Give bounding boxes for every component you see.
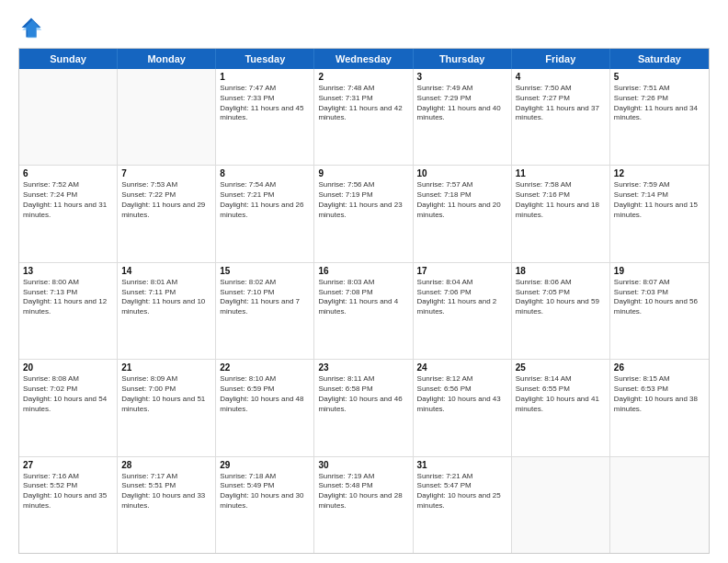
day-number: 22 — [220, 362, 310, 373]
calendar-cell-30: 30Sunrise: 7:19 AM Sunset: 5:48 PM Dayli… — [314, 457, 413, 553]
calendar-cell-1: 1Sunrise: 7:47 AM Sunset: 7:33 PM Daylig… — [216, 69, 314, 165]
calendar-cell-28: 28Sunrise: 7:17 AM Sunset: 5:51 PM Dayli… — [118, 457, 216, 553]
header-day-tuesday: Tuesday — [216, 49, 314, 69]
cell-info: Sunrise: 7:49 AM Sunset: 7:29 PM Dayligh… — [417, 84, 507, 123]
cell-info: Sunrise: 8:04 AM Sunset: 7:06 PM Dayligh… — [417, 278, 507, 317]
calendar-cell-7: 7Sunrise: 7:53 AM Sunset: 7:22 PM Daylig… — [118, 166, 216, 261]
day-number: 23 — [318, 362, 408, 373]
cell-info: Sunrise: 7:47 AM Sunset: 7:33 PM Dayligh… — [220, 84, 310, 123]
calendar-cell-2: 2Sunrise: 7:48 AM Sunset: 7:31 PM Daylig… — [314, 69, 413, 165]
calendar-cell-empty — [19, 69, 118, 165]
day-number: 30 — [318, 460, 408, 470]
day-number: 26 — [614, 362, 705, 373]
calendar-cell-empty — [512, 457, 610, 553]
cell-info: Sunrise: 8:06 AM Sunset: 7:05 PM Dayligh… — [516, 278, 606, 317]
cell-info: Sunrise: 7:17 AM Sunset: 5:51 PM Dayligh… — [121, 472, 211, 511]
calendar-cell-22: 22Sunrise: 8:10 AM Sunset: 6:59 PM Dayli… — [216, 360, 314, 455]
calendar-cell-16: 16Sunrise: 8:03 AM Sunset: 7:08 PM Dayli… — [314, 263, 413, 359]
header-day-thursday: Thursday — [414, 49, 512, 69]
logo — [18, 15, 48, 40]
day-number: 27 — [23, 460, 113, 470]
cell-info: Sunrise: 7:48 AM Sunset: 7:31 PM Dayligh… — [318, 84, 408, 123]
day-number: 19 — [614, 266, 705, 276]
calendar-row-3: 20Sunrise: 8:08 AM Sunset: 7:02 PM Dayli… — [19, 359, 709, 455]
calendar-cell-6: 6Sunrise: 7:52 AM Sunset: 7:24 PM Daylig… — [19, 166, 118, 261]
day-number: 31 — [417, 460, 507, 470]
day-number: 25 — [516, 362, 606, 373]
day-number: 14 — [121, 266, 211, 276]
cell-info: Sunrise: 7:51 AM Sunset: 7:26 PM Dayligh… — [614, 84, 705, 123]
calendar-cell-31: 31Sunrise: 7:21 AM Sunset: 5:47 PM Dayli… — [414, 457, 512, 553]
day-number: 28 — [121, 460, 211, 470]
calendar-cell-12: 12Sunrise: 7:59 AM Sunset: 7:14 PM Dayli… — [610, 166, 709, 261]
cell-info: Sunrise: 8:07 AM Sunset: 7:03 PM Dayligh… — [614, 278, 705, 317]
calendar-cell-17: 17Sunrise: 8:04 AM Sunset: 7:06 PM Dayli… — [414, 263, 512, 359]
calendar-row-1: 6Sunrise: 7:52 AM Sunset: 7:24 PM Daylig… — [19, 165, 709, 261]
logo-icon — [18, 15, 44, 40]
cell-info: Sunrise: 7:18 AM Sunset: 5:49 PM Dayligh… — [220, 472, 310, 511]
cell-info: Sunrise: 7:21 AM Sunset: 5:47 PM Dayligh… — [417, 472, 507, 511]
calendar-cell-20: 20Sunrise: 8:08 AM Sunset: 7:02 PM Dayli… — [19, 360, 118, 455]
cell-info: Sunrise: 8:15 AM Sunset: 6:53 PM Dayligh… — [614, 374, 705, 414]
cell-info: Sunrise: 8:12 AM Sunset: 6:56 PM Dayligh… — [417, 374, 507, 414]
day-number: 15 — [220, 266, 310, 276]
day-number: 18 — [516, 266, 606, 276]
day-number: 4 — [516, 72, 606, 82]
calendar-cell-26: 26Sunrise: 8:15 AM Sunset: 6:53 PM Dayli… — [610, 360, 709, 455]
cell-info: Sunrise: 7:58 AM Sunset: 7:16 PM Dayligh… — [516, 180, 606, 220]
cell-info: Sunrise: 7:50 AM Sunset: 7:27 PM Dayligh… — [516, 84, 606, 123]
calendar-row-2: 13Sunrise: 8:00 AM Sunset: 7:13 PM Dayli… — [19, 262, 709, 359]
calendar-cell-4: 4Sunrise: 7:50 AM Sunset: 7:27 PM Daylig… — [512, 69, 610, 165]
day-number: 13 — [23, 266, 113, 276]
cell-info: Sunrise: 7:54 AM Sunset: 7:21 PM Dayligh… — [220, 180, 310, 220]
cell-info: Sunrise: 7:56 AM Sunset: 7:19 PM Dayligh… — [318, 180, 408, 220]
calendar-cell-29: 29Sunrise: 7:18 AM Sunset: 5:49 PM Dayli… — [216, 457, 314, 553]
calendar-cell-3: 3Sunrise: 7:49 AM Sunset: 7:29 PM Daylig… — [414, 69, 512, 165]
calendar-cell-9: 9Sunrise: 7:56 AM Sunset: 7:19 PM Daylig… — [314, 166, 413, 261]
calendar-cell-18: 18Sunrise: 8:06 AM Sunset: 7:05 PM Dayli… — [512, 263, 610, 359]
day-number: 9 — [318, 168, 408, 178]
day-number: 5 — [614, 72, 705, 82]
calendar-row-0: 1Sunrise: 7:47 AM Sunset: 7:33 PM Daylig… — [19, 69, 709, 165]
calendar-cell-8: 8Sunrise: 7:54 AM Sunset: 7:21 PM Daylig… — [216, 166, 314, 261]
day-number: 24 — [417, 362, 507, 373]
day-number: 20 — [23, 362, 113, 373]
day-number: 8 — [220, 168, 310, 178]
day-number: 7 — [121, 168, 211, 178]
header-day-friday: Friday — [512, 49, 610, 69]
cell-info: Sunrise: 7:16 AM Sunset: 5:52 PM Dayligh… — [23, 472, 113, 511]
header-day-wednesday: Wednesday — [314, 49, 413, 69]
cell-info: Sunrise: 7:57 AM Sunset: 7:18 PM Dayligh… — [417, 180, 507, 220]
calendar: SundayMondayTuesdayWednesdayThursdayFrid… — [18, 48, 710, 554]
cell-info: Sunrise: 7:53 AM Sunset: 7:22 PM Dayligh… — [121, 180, 211, 220]
calendar-cell-25: 25Sunrise: 8:14 AM Sunset: 6:55 PM Dayli… — [512, 360, 610, 455]
day-number: 21 — [121, 362, 211, 373]
cell-info: Sunrise: 7:52 AM Sunset: 7:24 PM Dayligh… — [23, 180, 113, 220]
header — [18, 15, 710, 40]
calendar-cell-10: 10Sunrise: 7:57 AM Sunset: 7:18 PM Dayli… — [414, 166, 512, 261]
cell-info: Sunrise: 8:02 AM Sunset: 7:10 PM Dayligh… — [220, 278, 310, 317]
calendar-cell-27: 27Sunrise: 7:16 AM Sunset: 5:52 PM Dayli… — [19, 457, 118, 553]
day-number: 2 — [318, 72, 408, 82]
cell-info: Sunrise: 8:00 AM Sunset: 7:13 PM Dayligh… — [23, 278, 113, 317]
day-number: 1 — [220, 72, 310, 82]
header-day-sunday: Sunday — [19, 49, 118, 69]
day-number: 10 — [417, 168, 507, 178]
cell-info: Sunrise: 7:59 AM Sunset: 7:14 PM Dayligh… — [614, 180, 705, 220]
cell-info: Sunrise: 8:09 AM Sunset: 7:00 PM Dayligh… — [121, 374, 211, 414]
calendar-cell-11: 11Sunrise: 7:58 AM Sunset: 7:16 PM Dayli… — [512, 166, 610, 261]
cell-info: Sunrise: 8:08 AM Sunset: 7:02 PM Dayligh… — [23, 374, 113, 414]
cell-info: Sunrise: 8:03 AM Sunset: 7:08 PM Dayligh… — [318, 278, 408, 317]
day-number: 3 — [417, 72, 507, 82]
calendar-cell-23: 23Sunrise: 8:11 AM Sunset: 6:58 PM Dayli… — [314, 360, 413, 455]
cell-info: Sunrise: 8:14 AM Sunset: 6:55 PM Dayligh… — [516, 374, 606, 414]
calendar-cell-empty — [610, 457, 709, 553]
day-number: 16 — [318, 266, 408, 276]
cell-info: Sunrise: 8:01 AM Sunset: 7:11 PM Dayligh… — [121, 278, 211, 317]
day-number: 11 — [516, 168, 606, 178]
day-number: 17 — [417, 266, 507, 276]
calendar-row-4: 27Sunrise: 7:16 AM Sunset: 5:52 PM Dayli… — [19, 456, 709, 553]
header-day-saturday: Saturday — [610, 49, 709, 69]
calendar-cell-21: 21Sunrise: 8:09 AM Sunset: 7:00 PM Dayli… — [118, 360, 216, 455]
cell-info: Sunrise: 7:19 AM Sunset: 5:48 PM Dayligh… — [318, 472, 408, 511]
